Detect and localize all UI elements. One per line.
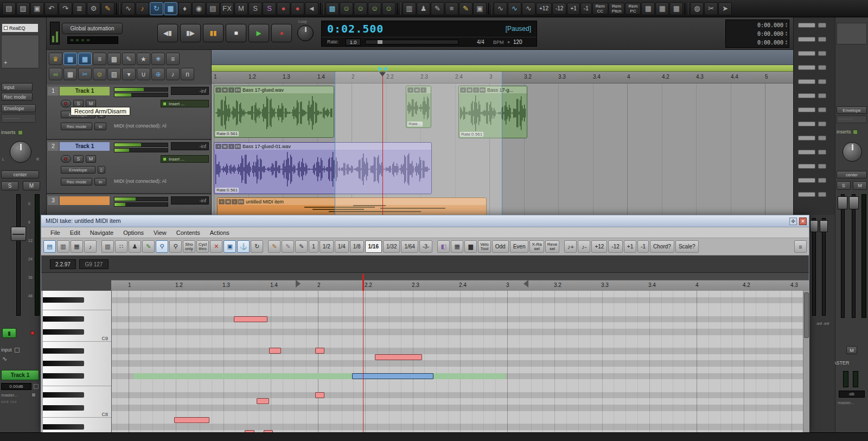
velocity-tool-button[interactable]: VeloTool [478, 240, 491, 253]
razor-cut-icon[interactable]: ✂ [78, 68, 92, 80]
fader-track[interactable] [822, 218, 826, 316]
info-icon[interactable]: i [232, 199, 238, 204]
add-fx-button[interactable]: + [4, 59, 7, 66]
menu-edit[interactable]: Edit [65, 228, 85, 237]
dock-slot[interactable] [798, 136, 832, 140]
nudge-minus-12-button[interactable]: -12 [552, 3, 566, 15]
grid-1-32-button[interactable]: 1/32 [383, 240, 400, 253]
info-icon[interactable]: i [228, 87, 234, 93]
insert-add-button[interactable] [18, 130, 23, 135]
open-project-icon[interactable]: ▨ [16, 2, 30, 15]
fx-chain-item[interactable]: ReaEQ [2, 24, 38, 32]
time-spinner[interactable]: ▲▼ [785, 22, 788, 28]
new-project-icon[interactable]: ▤ [2, 2, 16, 15]
drum-mode-icon[interactable]: ∷ [115, 240, 127, 253]
menu-contents[interactable]: Contents [171, 228, 205, 237]
fx-empty-slot[interactable]: ·········· [1, 114, 36, 123]
time-spinner[interactable]: ▲▼ [785, 40, 788, 45]
draw-note-icon[interactable]: ✎ [142, 240, 155, 253]
midi-note[interactable] [375, 354, 422, 360]
scrollbar-thumb[interactable] [804, 292, 809, 338]
midi-note[interactable] [315, 392, 324, 398]
mute-button[interactable]: M [86, 100, 96, 107]
mouse-pointer-icon[interactable]: ➤ [718, 2, 732, 15]
marker-pen-icon[interactable]: ✎ [268, 240, 280, 253]
track-volume-slider[interactable] [114, 197, 168, 201]
monitor-icon[interactable]: ◄ [305, 2, 318, 15]
face-icon-2[interactable]: ☺ [354, 2, 367, 15]
filter-events-icon[interactable]: ✕ [210, 240, 222, 253]
note-grid[interactable] [112, 291, 803, 433]
envelope-button[interactable]: Envelope [61, 166, 95, 174]
mute-button[interactable]: M [86, 155, 96, 163]
spin-down-icon[interactable]: ▼ [785, 42, 788, 45]
master-send-toggle[interactable] [31, 393, 36, 397]
volume-fader-track[interactable] [16, 194, 21, 316]
black-key[interactable] [43, 348, 84, 354]
volume-fader-handle[interactable] [11, 227, 26, 241]
fader-handle[interactable] [810, 220, 818, 232]
pin-icon[interactable]: ✜ [789, 218, 797, 225]
menu-file[interactable]: File [46, 228, 65, 237]
remove-pitch-button[interactable]: RemPitch [609, 3, 625, 15]
rate-slider-handle[interactable] [378, 40, 382, 44]
dock-slot[interactable] [798, 192, 832, 197]
midi-note[interactable] [315, 348, 324, 354]
midi-note-selected[interactable] [352, 373, 433, 379]
black-key[interactable] [43, 405, 84, 411]
midi-editor-titlebar[interactable]: MIDI take: untitled MIDI item [41, 215, 809, 227]
input-button[interactable]: in [94, 123, 106, 130]
track-pan-slider[interactable] [114, 202, 168, 207]
notation-view-icon[interactable]: ♪ [84, 240, 97, 253]
time-selection[interactable] [335, 72, 502, 215]
star-icon[interactable]: ★ [137, 53, 150, 65]
grouping-matrix-icon[interactable]: ▦ [669, 2, 683, 15]
solo-defeat-icon[interactable]: S [263, 2, 276, 15]
select-box-icon[interactable]: ▣ [224, 240, 236, 253]
save-project-icon[interactable]: ▣ [30, 2, 44, 15]
mute-icon[interactable]: M [225, 199, 231, 204]
snap-settings-icon[interactable]: ▦ [78, 53, 92, 65]
close-icon[interactable]: ✕ [799, 218, 807, 225]
mute-icon[interactable]: M [234, 2, 248, 15]
dock-slot[interactable] [798, 51, 832, 56]
toolbar-dock-icon[interactable]: ≡ [794, 240, 807, 253]
master-send-label[interactable]: master... [1, 393, 18, 398]
global-icon[interactable]: ◍ [690, 2, 704, 15]
undo-icon[interactable]: ↶ [44, 2, 58, 15]
reverse-selection-button[interactable]: Revesel [545, 240, 560, 253]
menu-options[interactable]: Options [118, 228, 149, 237]
grid-1-button[interactable]: 1 [309, 240, 318, 253]
rate-value[interactable]: 1.0 [346, 39, 361, 46]
project-settings-icon[interactable]: ≣ [73, 2, 86, 15]
grid-1-64-button[interactable]: 1/64 [401, 240, 418, 253]
volume-readout[interactable]: 0.00dB [1, 383, 31, 390]
fx-icon[interactable]: FX [220, 2, 234, 15]
master-db-readout[interactable]: dB [839, 391, 865, 398]
select-odd-button[interactable]: Odd [492, 240, 509, 253]
web-interface-icon[interactable]: ◉ [192, 2, 206, 15]
time-value[interactable]: 0:00.000 [757, 40, 783, 46]
zoom-icon[interactable]: ⚲ [169, 240, 182, 253]
go-to-start-button[interactable]: ◀▮ [157, 24, 178, 42]
grid-settings-icon[interactable]: ▦ [63, 53, 77, 65]
grid-toggle-icon[interactable]: ▦ [164, 2, 177, 15]
spin-down-icon[interactable]: ▼ [785, 25, 788, 28]
track-volume-readout[interactable]: -inf [171, 87, 209, 95]
solo-button[interactable]: S [1, 181, 18, 190]
user-icon[interactable]: ♟ [417, 2, 430, 15]
solo-icon[interactable]: S [248, 2, 262, 15]
transpose-up-semitone-button[interactable]: +1 [624, 240, 636, 253]
track-manager-icon[interactable]: ♛ [49, 53, 62, 65]
dock-slot[interactable] [798, 65, 832, 70]
fx-icon[interactable]: FX [238, 199, 244, 204]
menu-actions[interactable]: Actions [205, 228, 234, 237]
master-fader-handle-right[interactable] [849, 196, 859, 209]
menu-navigate[interactable]: Navigate [85, 228, 118, 237]
crossfade-icon[interactable]: ∿ [122, 2, 135, 15]
input-label[interactable]: input [1, 347, 12, 353]
play-position-readout[interactable]: 0:02.500 [327, 22, 384, 35]
face-icon-4[interactable]: ☺ [382, 2, 395, 15]
mic-record-icon[interactable]: ♦ [178, 2, 192, 15]
audio-item[interactable]: ▪MiFXBass 17-glued.wavRate:0.561 [214, 86, 334, 138]
